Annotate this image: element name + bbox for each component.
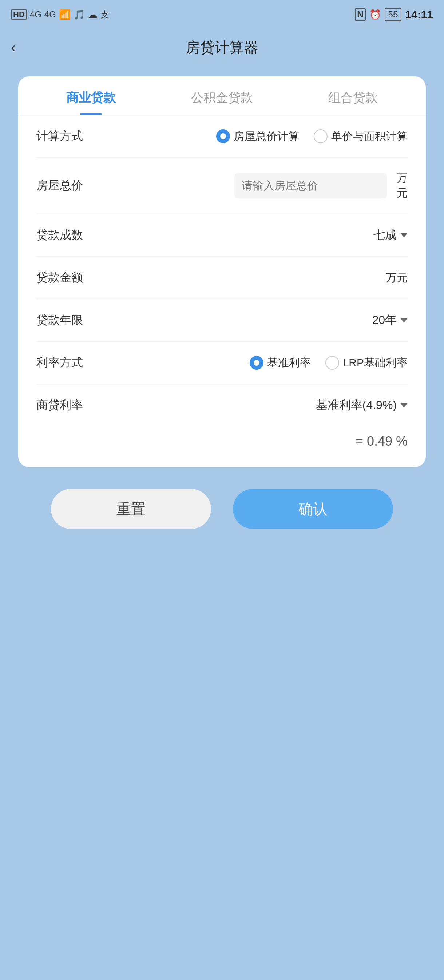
page-title: 房贷计算器 — [185, 37, 259, 57]
confirm-button[interactable]: 确认 — [233, 489, 393, 529]
reset-button[interactable]: 重置 — [51, 489, 211, 529]
loan-amount-label: 贷款金额 — [37, 270, 83, 286]
bottom-button-area: 重置 确认 — [0, 467, 444, 543]
signal-4g2-icon: 4G — [45, 10, 56, 20]
tab-combined[interactable]: 组合贷款 — [287, 76, 418, 115]
rate-method-base[interactable]: 基准利率 — [250, 355, 311, 371]
rate-method-row: 利率方式 基准利率 LRP基础利率 — [37, 342, 407, 384]
hd-icon: HD — [11, 10, 27, 20]
rate-method-label: 利率方式 — [37, 355, 83, 371]
commercial-rate-dropdown[interactable]: 基准利率(4.9%) — [316, 397, 407, 413]
tab-commercial[interactable]: 商业贷款 — [26, 76, 157, 115]
rate-result-row: = 0.49 % — [18, 426, 426, 453]
loan-years-dropdown[interactable]: 20年 — [372, 312, 407, 328]
house-price-label: 房屋总价 — [37, 178, 83, 194]
form-section: 计算方式 房屋总价计算 单价与面积计算 房屋总价 万元 — [18, 115, 426, 426]
house-price-input[interactable] — [234, 173, 387, 199]
back-button[interactable]: ‹ — [11, 39, 16, 56]
tab-fund[interactable]: 公积金贷款 — [157, 76, 287, 115]
radio-total-circle — [216, 129, 230, 143]
loan-ratio-dropdown[interactable]: 七成 — [374, 227, 407, 243]
signal-4g-icon: 4G — [30, 10, 42, 20]
chevron-down-years-icon — [400, 318, 407, 323]
chevron-down-rate-icon — [400, 403, 407, 407]
title-bar: ‹ 房贷计算器 — [0, 29, 444, 65]
calc-method-total[interactable]: 房屋总价计算 — [216, 129, 299, 144]
time-display: 14:11 — [405, 8, 433, 21]
commercial-rate-label: 商贷利率 — [37, 397, 83, 413]
loan-years-label: 贷款年限 — [37, 312, 83, 328]
rate-method-options: 基准利率 LRP基础利率 — [250, 355, 407, 371]
music-icon: 🎵 — [73, 9, 85, 21]
alarm-icon: ⏰ — [369, 9, 381, 21]
wifi-icon: 📶 — [59, 9, 70, 21]
cloud-icon: ☁ — [88, 9, 97, 21]
calc-method-label: 计算方式 — [37, 128, 83, 144]
status-bar: HD 4G 4G 📶 🎵 ☁ 支 N ⏰ 55 14:11 — [0, 0, 444, 29]
main-card: 商业贷款 公积金贷款 组合贷款 计算方式 房屋总价计算 单价与面积计算 — [18, 76, 426, 467]
loan-ratio-label: 贷款成数 — [37, 227, 83, 243]
battery-icon: 55 — [385, 8, 402, 21]
house-price-row: 房屋总价 万元 — [37, 158, 407, 214]
pay-icon: 支 — [101, 9, 109, 21]
loan-amount-unit: 万元 — [386, 270, 407, 285]
calc-method-row: 计算方式 房屋总价计算 单价与面积计算 — [37, 115, 407, 158]
house-price-value: 万元 — [234, 171, 407, 200]
calc-method-unit-area[interactable]: 单价与面积计算 — [314, 129, 407, 144]
radio-base-circle — [250, 356, 264, 370]
loan-amount-row: 贷款金额 万元 — [37, 257, 407, 299]
house-price-unit: 万元 — [397, 171, 407, 200]
loan-ratio-row: 贷款成数 七成 — [37, 214, 407, 257]
loan-amount-value: 万元 — [380, 270, 407, 285]
status-left-icons: HD 4G 4G 📶 🎵 ☁ 支 — [11, 9, 109, 21]
tab-bar: 商业贷款 公积金贷款 组合贷款 — [18, 76, 426, 115]
loan-years-row: 贷款年限 20年 — [37, 299, 407, 342]
calc-method-options: 房屋总价计算 单价与面积计算 — [216, 129, 407, 144]
nfc-icon: N — [355, 8, 366, 21]
status-right-icons: N ⏰ 55 14:11 — [355, 8, 433, 21]
rate-method-lrp[interactable]: LRP基础利率 — [325, 355, 407, 371]
radio-unit-area-circle — [314, 129, 327, 143]
chevron-down-icon — [400, 233, 407, 237]
commercial-rate-row: 商贷利率 基准利率(4.9%) — [37, 384, 407, 426]
rate-result-text: = 0.49 % — [356, 434, 407, 449]
radio-lrp-circle — [325, 356, 339, 370]
